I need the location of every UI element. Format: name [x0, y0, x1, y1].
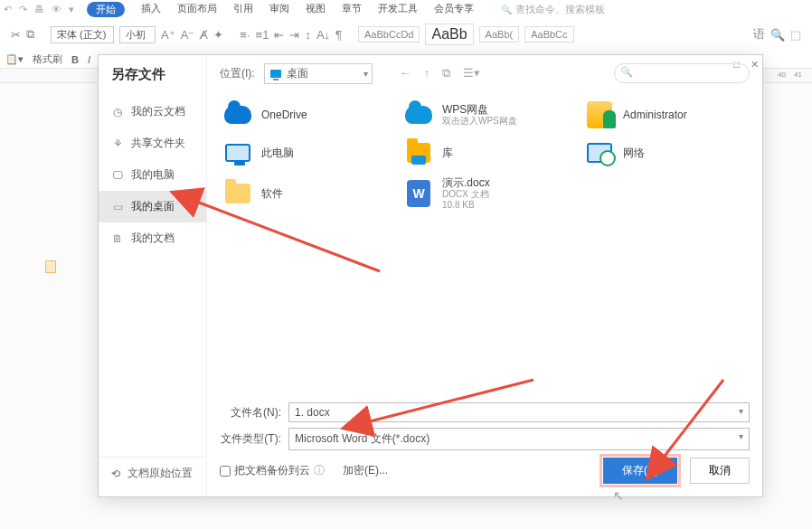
location-bar: 位置(I): 桌面 ← ↑ ⧉ ☰▾	[207, 55, 762, 91]
file-name: 库	[442, 146, 453, 159]
tab-pagelayout[interactable]: 页面布局	[177, 2, 217, 17]
location-nav-icons: ← ↑ ⧉ ☰▾	[400, 66, 481, 80]
desktop-icon: ▭	[111, 201, 124, 213]
qat-preview-icon[interactable]: 👁	[52, 4, 61, 15]
tab-member[interactable]: 会员专享	[434, 2, 474, 17]
file-name: 网络	[623, 146, 645, 159]
numbering-icon[interactable]: ≡1	[256, 28, 269, 42]
font-effects-icon[interactable]: ✦	[213, 28, 223, 42]
nav-back-icon[interactable]: ←	[400, 66, 411, 80]
sidebar-item-label: 我的文档	[131, 231, 175, 246]
showmarks-icon[interactable]: ¶	[335, 28, 342, 42]
style-normal[interactable]: AaBbCcDd	[358, 26, 420, 43]
folder-icon	[223, 179, 252, 208]
sidebar-item-shared[interactable]: ⚘ 共享文件夹	[99, 128, 206, 159]
file-item-network[interactable]: 网络	[585, 138, 739, 167]
tab-devtools[interactable]: 开发工具	[378, 2, 418, 17]
dialog-fields: 文件名(N): 1. docx 文件类型(T): Microsoft Word …	[207, 395, 762, 496]
tab-view[interactable]: 视图	[306, 2, 326, 17]
sidebar-item-cloud[interactable]: ◷ 我的云文档	[99, 96, 206, 128]
share-icon: ⚘	[111, 137, 124, 150]
sort-icon[interactable]: A↓	[316, 28, 330, 42]
library-icon	[404, 138, 433, 167]
tab-start[interactable]: 开始	[87, 2, 125, 17]
reset-icon: ⟲	[111, 468, 120, 480]
tab-section[interactable]: 章节	[342, 2, 362, 17]
style-heading1[interactable]: AaBb	[425, 24, 473, 45]
sidebar-item-docs[interactable]: 🗎 我的文档	[99, 222, 206, 254]
backup-checkbox-input[interactable]	[220, 466, 231, 477]
qat-redo-icon[interactable]: ↷	[19, 4, 27, 15]
location-select[interactable]: 桌面	[264, 63, 373, 84]
filename-input[interactable]: 1. docx	[288, 402, 750, 422]
location-value: 桌面	[287, 66, 308, 81]
file-item-wps[interactable]: WPS网盘 双击进入WPS网盘	[404, 100, 558, 129]
select-icon[interactable]: ⬚	[790, 28, 801, 42]
cursor-ghost-icon: ↖	[613, 488, 624, 503]
file-name: 演示.docx	[442, 176, 490, 189]
cut-icon[interactable]: ✂	[11, 28, 21, 42]
italic-button[interactable]: I	[88, 54, 90, 65]
indent-inc-icon[interactable]: ⇥	[289, 28, 299, 42]
desktop-small-icon	[270, 70, 281, 78]
filetype-label: 文件类型(T):	[220, 431, 281, 447]
font-shrink-icon[interactable]: A⁻	[181, 28, 195, 42]
find-icon[interactable]: 🔍	[770, 28, 785, 42]
indent-dec-icon[interactable]: ⇤	[274, 28, 284, 42]
sidebar-item-desktop[interactable]: ▭ 我的桌面	[99, 191, 206, 222]
linespacing-icon[interactable]: ↕	[305, 28, 311, 42]
paste-icon[interactable]: 📋▾	[5, 53, 24, 65]
qat-more-icon[interactable]: ▾	[69, 4, 74, 15]
file-name: 软件	[261, 187, 283, 200]
style-heading3[interactable]: AaBbCc	[524, 26, 573, 43]
font-grow-icon[interactable]: A⁺	[161, 28, 175, 42]
tab-insert[interactable]: 插入	[141, 2, 161, 17]
font-name-select[interactable]: 宋体 (正文)	[51, 26, 114, 43]
user-folder-icon	[585, 100, 614, 129]
sidebar-item-mypc[interactable]: 🖵 我的电脑	[99, 159, 206, 191]
nav-view-icon[interactable]: ☰▾	[463, 66, 480, 80]
sidebar-item-label: 共享文件夹	[131, 136, 185, 151]
dialog-title: 另存文件	[99, 66, 206, 96]
file-item-thispc[interactable]: 此电脑	[223, 138, 377, 167]
tab-review[interactable]: 审阅	[269, 2, 289, 17]
info-icon[interactable]: ⓘ	[314, 463, 325, 478]
file-item-demo-docx[interactable]: W 演示.docx DOCX 文档 10.8 KB	[404, 176, 558, 211]
bullets-icon[interactable]: ≡·	[240, 28, 250, 42]
copy-icon[interactable]: ⧉	[26, 27, 34, 42]
quick-access-toolbar: ↶ ↷ 🖶 👁 ▾	[4, 4, 74, 15]
ribbon-tabs: 开始 插入 页面布局 引用 审阅 视图 章节 开发工具 会员专享	[87, 2, 474, 17]
command-search[interactable]: 查找命令、搜索模板	[501, 3, 605, 16]
file-item-admin[interactable]: Administrator	[585, 100, 739, 129]
file-search-input[interactable]	[614, 63, 750, 83]
dialog-close-icon[interactable]: ✕	[751, 59, 759, 71]
save-as-dialog: □ ✕ 另存文件 ◷ 我的云文档 ⚘ 共享文件夹 🖵 我的电脑 ▭ 我的桌面 🗎…	[98, 54, 763, 497]
format-painter[interactable]: 格式刷	[33, 52, 62, 66]
qat-print-icon[interactable]: 🖶	[34, 4, 44, 15]
save-button[interactable]: 保存(S)	[603, 458, 677, 484]
bold-button[interactable]: B	[71, 54, 79, 65]
qat-undo-icon[interactable]: ↶	[4, 4, 12, 15]
nav-up-icon[interactable]: ↑	[424, 66, 430, 80]
file-item-library[interactable]: 库	[404, 138, 558, 167]
sidebar-original-location[interactable]: ⟲ 文档原始位置	[99, 457, 206, 489]
nav-newfolder-icon[interactable]: ⧉	[442, 66, 450, 80]
backup-to-cloud-checkbox[interactable]: 把文档备份到云 ⓘ	[220, 463, 325, 478]
file-sub: DOCX 文档	[442, 189, 490, 200]
file-item-software[interactable]: 软件	[223, 176, 377, 211]
font-size-select[interactable]: 小初	[119, 26, 156, 43]
dialog-sidebar: 另存文件 ◷ 我的云文档 ⚘ 共享文件夹 🖵 我的电脑 ▭ 我的桌面 🗎 我的文…	[99, 55, 207, 496]
page-thumbnail-icon[interactable]	[45, 260, 56, 273]
pc-icon: 🖵	[111, 169, 124, 182]
style-heading2[interactable]: AaBb(	[479, 26, 520, 43]
tab-references[interactable]: 引用	[233, 2, 253, 17]
ruler-mark: 41	[794, 71, 802, 79]
encrypt-button[interactable]: 加密(E)...	[343, 463, 388, 478]
clear-format-icon[interactable]: A̸	[200, 28, 208, 42]
translate-icon[interactable]: 语	[753, 26, 765, 43]
file-item-onedrive[interactable]: OneDrive	[223, 100, 377, 129]
filetype-select[interactable]: Microsoft Word 文件(*.docx)	[288, 428, 750, 450]
location-label: 位置(I):	[220, 66, 255, 81]
sidebar-item-label: 我的云文档	[131, 104, 185, 119]
cancel-button[interactable]: 取消	[690, 458, 750, 484]
